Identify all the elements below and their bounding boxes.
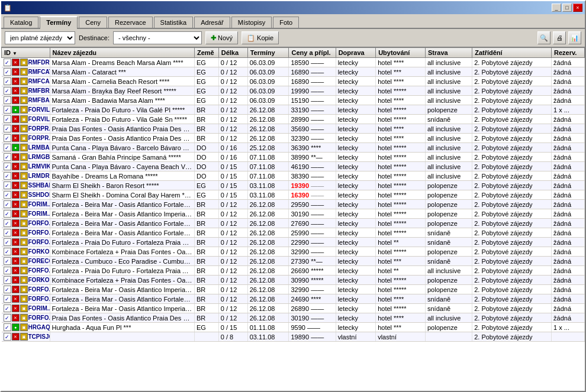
cell-delka: 0 / 12 bbox=[218, 228, 247, 238]
col-header-rezerv[interactable]: Rezerv. bbox=[552, 48, 585, 58]
copy-button[interactable]: 📋 Kopie bbox=[242, 31, 279, 44]
table-row[interactable]: ✓ ✕ ▣ RMFCAT Marsa Alam - Cataract *** E… bbox=[2, 67, 585, 77]
table-row[interactable]: ✓ ✕ ▣ FORIM... Fortaleza - Beira Mar - O… bbox=[2, 304, 585, 313]
checkbox[interactable]: ✓ bbox=[4, 125, 11, 132]
table-row[interactable]: ✓ ✕ ▣ RMFBAD Marsa Alam - Badawia Marsa … bbox=[2, 96, 585, 105]
col-header-zeme[interactable]: Země bbox=[195, 48, 219, 58]
close-button[interactable]: × bbox=[573, 4, 582, 12]
checkbox[interactable]: ✓ bbox=[4, 295, 11, 303]
checkbox[interactable]: ✓ bbox=[4, 182, 11, 189]
cell-strava: polopenze bbox=[426, 247, 472, 257]
search-button[interactable]: 🔍 bbox=[537, 31, 550, 44]
checkbox[interactable]: ✓ bbox=[4, 333, 11, 341]
dest-select[interactable]: - všechny - bbox=[113, 31, 202, 44]
table-row[interactable]: ✓ ✕ ▣ SSHDOH Sharm El Sheikh - Domina Co… bbox=[2, 190, 585, 200]
table-row[interactable]: ✓ ✕ ▣ FORFO... Praia Das Fontes - Oasis … bbox=[2, 313, 585, 323]
tab-adresar[interactable]: Adresář bbox=[194, 17, 230, 28]
table-row[interactable]: ✓ ✕ ▣ FORFO... Fortaleza - Beira Mar - O… bbox=[2, 294, 585, 304]
checkbox[interactable]: ✓ bbox=[4, 134, 11, 142]
cell-doprava: letecky bbox=[336, 323, 376, 332]
table-row[interactable]: ✓ ✕ ▣ RMFDRE Marsa Alam - Dreams Beach M… bbox=[2, 58, 585, 67]
checkbox[interactable]: ✓ bbox=[4, 106, 11, 114]
checkbox[interactable]: ✓ bbox=[4, 77, 11, 85]
checkbox[interactable]: ✓ bbox=[4, 304, 11, 312]
checkbox[interactable]: ✓ bbox=[4, 59, 11, 66]
col-header-doprava[interactable]: Doprava bbox=[336, 48, 376, 58]
checkbox[interactable]: ✓ bbox=[4, 144, 11, 151]
col-header-zatrizeni[interactable]: Zatřídění bbox=[472, 48, 552, 58]
table-row[interactable]: ✓ ✕ ▣ FORECO Fortaleza - Cumbuco - Eco P… bbox=[2, 257, 585, 266]
cell-ubyt: hotel ***** bbox=[376, 153, 426, 162]
cell-zeme: BR bbox=[195, 124, 219, 134]
table-row[interactable]: ✓ ✕ ▣ TCPISJO 0 / 8 03.11.08 19890 —— vl… bbox=[2, 332, 585, 342]
table-row[interactable]: ✓ ✕ ▣ FORPR... Praia Das Fontes - Oasis … bbox=[2, 134, 585, 143]
table-row[interactable]: ✓ ● ▣ FORVILHB Fortaleza - Praia Do Futu… bbox=[2, 105, 585, 115]
checkbox[interactable]: ✓ bbox=[4, 276, 11, 284]
tab-katalog[interactable]: Katalog bbox=[4, 17, 38, 28]
table-row[interactable]: ✓ ✕ ▣ FORIM... Fortaleza - Beira Mar - O… bbox=[2, 200, 585, 209]
table-row[interactable]: ✓ ✕ ▣ RMFBRA Marsa Alam - Brayka Bay Ree… bbox=[2, 86, 585, 96]
tab-foto[interactable]: Foto bbox=[273, 17, 299, 28]
table-row[interactable]: ✓ ● ▣ HRGAQA Hurghada - Aqua Fun Pl *** … bbox=[2, 323, 585, 332]
checkbox[interactable]: ✓ bbox=[4, 68, 11, 76]
cell-name: Fortaleza - Cumbuco - Eco Paradise - Cum… bbox=[50, 257, 195, 266]
table-row[interactable]: ✓ ✕ ▣ LRMVIKC Punta Cana - Playa Bávaro … bbox=[2, 162, 585, 171]
checkbox[interactable]: ✓ bbox=[4, 257, 11, 265]
export-button[interactable]: 📊 bbox=[568, 31, 581, 44]
table-row[interactable]: ✓ ✕ ▣ FORIM... Fortaleza - Beira Mar - O… bbox=[2, 209, 585, 219]
col-header-terminy[interactable]: Termíny bbox=[247, 48, 289, 58]
type-icon: ▣ bbox=[20, 333, 28, 341]
checkbox[interactable]: ✓ bbox=[4, 191, 11, 199]
tab-mistopisy[interactable]: Místopisy bbox=[231, 17, 272, 28]
col-header-id[interactable]: ID ▼ bbox=[2, 48, 50, 58]
checkbox[interactable]: ✓ bbox=[4, 229, 11, 237]
checkbox[interactable]: ✓ bbox=[4, 238, 11, 246]
checkbox[interactable]: ✓ bbox=[4, 267, 11, 274]
table-row[interactable]: ✓ ✕ ▣ FORFO... Fortaleza - Beira Mar - O… bbox=[2, 285, 585, 294]
col-header-ubyt[interactable]: Ubytování bbox=[376, 48, 426, 58]
checkbox[interactable]: ✓ bbox=[4, 87, 11, 95]
checkbox[interactable]: ✓ bbox=[4, 219, 11, 227]
new-button[interactable]: ✚ Nový bbox=[205, 31, 238, 44]
table-row[interactable]: ✓ ✕ ▣ FORFO... Fortaleza - Beira Mar - O… bbox=[2, 228, 585, 238]
tab-statistika[interactable]: Statistika bbox=[154, 17, 194, 28]
checkbox[interactable]: ✓ bbox=[4, 323, 11, 331]
minimize-button[interactable]: _ bbox=[552, 4, 561, 12]
col-header-ceny[interactable]: Ceny a přípl. bbox=[289, 48, 336, 58]
col-header-strava[interactable]: Strava bbox=[426, 48, 472, 58]
checkbox[interactable]: ✓ bbox=[4, 96, 11, 104]
table-row[interactable]: ✓ ✕ ▣ LRMGB... Samaná - Gran Bahía Princ… bbox=[2, 153, 585, 162]
checkbox[interactable]: ✓ bbox=[4, 248, 11, 255]
type-icon: ▣ bbox=[20, 286, 28, 293]
checkbox[interactable]: ✓ bbox=[4, 286, 11, 293]
table-row[interactable]: ✓ ✕ ▣ FORFO... Fortaleza - Praia Do Futu… bbox=[2, 238, 585, 247]
tab-ceny[interactable]: Ceny bbox=[79, 17, 107, 28]
cell-doprava: letecky bbox=[336, 181, 376, 190]
data-table-container[interactable]: ID ▼ Název zájezdu Země Délka Termíny Ce… bbox=[1, 47, 585, 391]
checkbox[interactable]: ✓ bbox=[4, 163, 11, 170]
table-row[interactable]: ✓ ✕ ▣ FORKO... Kombinace Fortaleza + Pra… bbox=[2, 247, 585, 257]
checkbox[interactable]: ✓ bbox=[4, 115, 11, 123]
checkbox[interactable]: ✓ bbox=[4, 210, 11, 218]
checkbox[interactable]: ✓ bbox=[4, 200, 11, 208]
table-row[interactable]: ✓ ✕ ▣ FORPR... Praia Das Fontes - Oasis … bbox=[2, 124, 585, 134]
type-icon: ▣ bbox=[20, 106, 28, 114]
checkbox[interactable]: ✓ bbox=[4, 172, 11, 180]
checkbox[interactable]: ✓ bbox=[4, 153, 11, 161]
table-row[interactable]: ✓ ✕ ▣ FORVILBB Fortaleza - Praia Do Futu… bbox=[2, 115, 585, 124]
table-row[interactable]: ✓ ✕ ▣ SSHBAR Sharm El Sheikh - Baron Res… bbox=[2, 181, 585, 190]
col-header-name[interactable]: Název zájezdu bbox=[50, 48, 195, 58]
checkbox[interactable]: ✓ bbox=[4, 314, 11, 322]
filter-select[interactable]: jen platné zájezdy bbox=[5, 31, 75, 44]
table-row[interactable]: ✓ ● ▣ LRMBA... Punta Cana - Playa Bávaro… bbox=[2, 143, 585, 153]
col-header-delka[interactable]: Délka bbox=[218, 48, 247, 58]
table-row[interactable]: ✓ ✕ ▣ LRMDRE Bayahíbe - Dreams La Romana… bbox=[2, 171, 585, 181]
print-button[interactable]: 🖨 bbox=[553, 31, 566, 44]
tab-terminy[interactable]: Termíny bbox=[40, 16, 78, 29]
tab-rezervace[interactable]: Rezervace bbox=[108, 17, 153, 28]
table-row[interactable]: ✓ ✕ ▣ FORKO... Kombinace Fortaleza + Pra… bbox=[2, 276, 585, 285]
table-row[interactable]: ✓ ✕ ▣ FORFO... Fortaleza - Beira Mar - O… bbox=[2, 219, 585, 228]
table-row[interactable]: ✓ ✕ ▣ RMFCAR Marsa Alam - Carnelia Beach… bbox=[2, 77, 585, 86]
table-row[interactable]: ✓ ✕ ▣ FORFO... Fortaleza - Praia Do Futu… bbox=[2, 266, 585, 276]
maximize-button[interactable]: □ bbox=[562, 4, 572, 12]
